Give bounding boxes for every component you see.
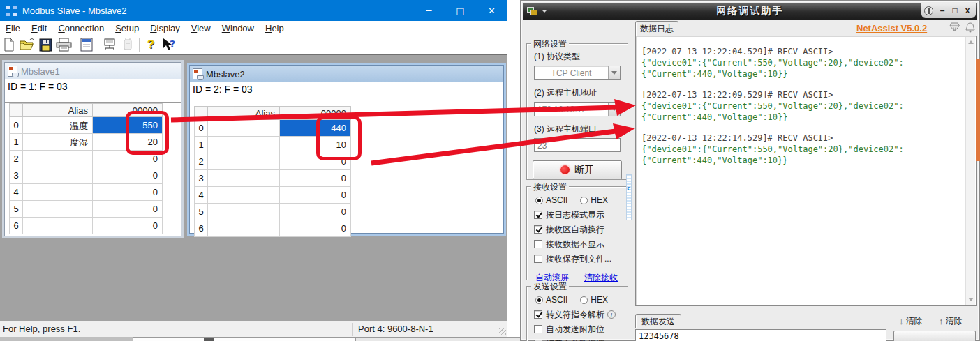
pin-icon[interactable] bbox=[924, 6, 933, 15]
alias-column-header[interactable]: Alias bbox=[23, 103, 93, 117]
alias-cell[interactable]: 温度 bbox=[23, 117, 93, 134]
minimize-button[interactable]: ─ bbox=[413, 0, 445, 21]
radio-hex[interactable]: HEX bbox=[580, 195, 608, 205]
new-icon[interactable] bbox=[0, 36, 18, 53]
register-value-cell[interactable]: 0 bbox=[280, 187, 351, 204]
checkbox[interactable] bbox=[534, 310, 542, 319]
menu-view[interactable]: View bbox=[186, 23, 216, 33]
connection-setup-icon[interactable] bbox=[101, 36, 119, 53]
data-log-area[interactable]: [2022-07-13 12:22:04.529]# RECV ASCII>{"… bbox=[635, 36, 977, 306]
close-button[interactable]: x bbox=[962, 5, 973, 16]
checkbox[interactable] bbox=[534, 255, 542, 263]
table-row[interactable]: 60 bbox=[9, 218, 163, 234]
alias-cell[interactable] bbox=[208, 170, 280, 187]
checkbox[interactable] bbox=[534, 240, 542, 248]
chevron-down-icon[interactable] bbox=[542, 10, 547, 13]
send-data-input[interactable]: 12345678 bbox=[635, 329, 886, 341]
radio-hex[interactable]: HEX bbox=[580, 295, 608, 305]
alias-cell[interactable] bbox=[23, 218, 93, 234]
minimize-button[interactable]: – bbox=[937, 5, 948, 16]
menu-file[interactable]: File bbox=[0, 23, 26, 33]
panel-collapse-icon[interactable]: ‹ bbox=[627, 184, 630, 192]
register-value-cell[interactable]: 0 bbox=[93, 167, 163, 184]
host-select[interactable]: 172.16.13.12 bbox=[534, 102, 621, 116]
dropdown-arrow-icon[interactable] bbox=[608, 103, 620, 116]
resize-grip[interactable] bbox=[499, 328, 506, 335]
log-scrollbar[interactable] bbox=[965, 37, 975, 305]
tab-data-log[interactable]: 数据日志 bbox=[635, 21, 678, 36]
register-value-cell[interactable]: 0 bbox=[93, 184, 163, 201]
alias-column-header[interactable]: Alias bbox=[208, 106, 280, 120]
table-row[interactable]: 30 bbox=[9, 167, 163, 184]
clear-send-button[interactable]: ↑ 清除 bbox=[939, 315, 963, 327]
context-help-icon[interactable]: ? bbox=[160, 36, 178, 53]
checkbox-row[interactable]: 转义符指令解析i bbox=[534, 310, 628, 319]
checkbox-row[interactable]: 自动发送附加位 bbox=[534, 324, 628, 334]
table-row[interactable]: 50 bbox=[194, 204, 351, 220]
dropdown-arrow-icon[interactable] bbox=[608, 66, 620, 79]
table-row[interactable]: 30 bbox=[194, 170, 351, 187]
display-setup-icon[interactable] bbox=[77, 36, 96, 53]
alias-cell[interactable] bbox=[208, 204, 280, 220]
open-folder-icon[interactable] bbox=[18, 36, 36, 53]
protocol-select[interactable]: TCP Client bbox=[534, 66, 621, 80]
bell-icon[interactable] bbox=[965, 22, 975, 36]
panel-scrollbar[interactable] bbox=[626, 174, 632, 220]
save-icon[interactable] bbox=[36, 36, 54, 53]
checkbox-row[interactable]: 按日志模式显示 bbox=[534, 210, 628, 220]
disconnect-button[interactable]: 断开 bbox=[533, 160, 622, 179]
checkbox[interactable] bbox=[534, 325, 542, 333]
clear-receive-button[interactable]: ↓ 清除 bbox=[899, 315, 923, 327]
netassist-version-link[interactable]: NetAssist V5.0.2 bbox=[856, 23, 927, 33]
mbslave1-titlebar[interactable]: Mbslave1 bbox=[5, 63, 181, 79]
close-button[interactable]: ✕ bbox=[476, 0, 507, 21]
alias-cell[interactable] bbox=[23, 151, 93, 167]
modbus-titlebar[interactable]: Modbus Slave - Mbslave2 ─ □ ✕ bbox=[0, 0, 507, 21]
alias-cell[interactable]: 度湿 bbox=[23, 134, 93, 151]
alias-cell[interactable] bbox=[208, 137, 280, 153]
table-row[interactable]: 40 bbox=[194, 187, 351, 204]
register-value-cell[interactable]: 0 bbox=[93, 201, 163, 218]
register-value-cell[interactable]: 0 bbox=[280, 220, 351, 237]
checkbox-row[interactable]: 接收数据不显示 bbox=[534, 239, 628, 249]
print-icon[interactable] bbox=[54, 36, 73, 53]
table-row[interactable]: 40 bbox=[9, 184, 163, 201]
register-value-cell[interactable]: 0 bbox=[280, 170, 351, 187]
netassist-app-icon[interactable] bbox=[527, 7, 538, 16]
maximize-button[interactable]: □ bbox=[949, 5, 960, 16]
menu-connection[interactable]: Connection bbox=[52, 23, 110, 33]
alias-cell[interactable] bbox=[208, 220, 280, 237]
alias-cell[interactable] bbox=[208, 187, 280, 204]
checkbox[interactable] bbox=[534, 211, 542, 219]
menu-help[interactable]: Help bbox=[260, 23, 290, 33]
alias-cell[interactable] bbox=[23, 184, 93, 201]
mbslave2-titlebar[interactable]: Mbslave2 bbox=[190, 66, 503, 82]
clear-receive-link[interactable]: 清除接收 bbox=[584, 272, 618, 284]
alias-cell[interactable] bbox=[23, 167, 93, 184]
tab-data-send[interactable]: 数据发送 bbox=[635, 314, 681, 328]
menu-window[interactable]: Window bbox=[216, 23, 260, 33]
send-button[interactable] bbox=[893, 331, 976, 341]
radio-ascii[interactable]: ASCII bbox=[535, 195, 567, 205]
menu-edit[interactable]: Edit bbox=[26, 23, 52, 33]
alias-cell[interactable] bbox=[208, 120, 280, 137]
checkbox[interactable] bbox=[534, 225, 542, 234]
checkbox-row[interactable]: 接收保存到文件... bbox=[534, 254, 628, 264]
table-row[interactable]: 50 bbox=[9, 201, 163, 218]
table-row[interactable]: 60 bbox=[194, 220, 351, 237]
menu-display[interactable]: Display bbox=[144, 23, 186, 33]
radio-ascii[interactable]: ASCII bbox=[535, 295, 567, 305]
info-icon[interactable]: i bbox=[607, 310, 616, 319]
gem-icon[interactable] bbox=[949, 22, 960, 35]
port-input[interactable]: 23 bbox=[534, 138, 621, 152]
maximize-button[interactable]: □ bbox=[445, 0, 476, 21]
alias-cell[interactable] bbox=[208, 153, 280, 170]
scroll-down-icon[interactable] bbox=[968, 298, 974, 301]
alias-cell[interactable] bbox=[23, 201, 93, 218]
netassist-titlebar[interactable]: 网络调试助手 – □ x bbox=[523, 3, 977, 20]
register-value-cell[interactable]: 0 bbox=[93, 218, 163, 234]
register-value-cell[interactable]: 0 bbox=[280, 204, 351, 220]
checkbox-row[interactable]: 接收区自动换行 bbox=[534, 225, 628, 234]
scroll-up-icon[interactable] bbox=[968, 40, 974, 44]
help-icon[interactable]: ? bbox=[142, 36, 160, 53]
